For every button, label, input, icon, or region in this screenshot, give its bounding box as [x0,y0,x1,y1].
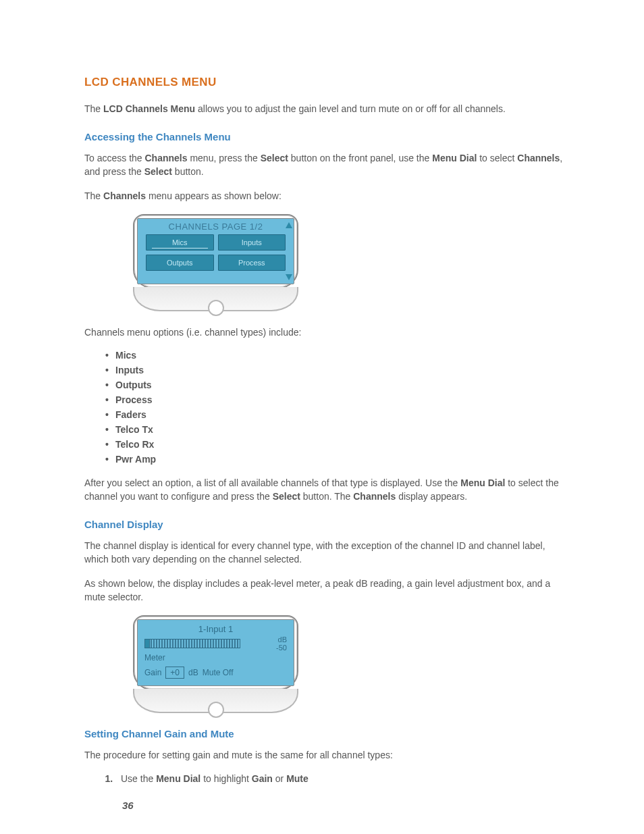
lcd-base [133,287,298,311]
meter-fill [145,640,150,648]
page-title: LCD CHANNELS MENU [84,76,563,89]
text: Use the [121,773,156,784]
lcd-frame: CHANNELS PAGE 1/2 Mics Inputs Outputs Pr… [133,214,298,288]
section-heading-channel-display: Channel Display [84,519,563,530]
lcd-channels-figure: CHANNELS PAGE 1/2 Mics Inputs Outputs Pr… [133,214,298,311]
meter-label: Meter [144,653,287,662]
lcd-button-process: Process [218,255,286,271]
page-number: 36 [122,800,134,811]
db-unit: dB [188,668,198,677]
text-bold: Channels [353,491,396,502]
list-item: Outputs [115,380,563,390]
text: display appears. [396,491,467,502]
list-item: Telco Rx [115,439,563,450]
text: menu appears as shown below: [146,190,281,201]
list-item: Process [115,394,563,405]
gain-row: Gain +0 dB Mute Off [144,667,287,679]
lcd-button-grid: Mics Inputs Outputs Process [142,234,290,271]
gain-value: +0 [165,667,184,679]
paragraph: As shown below, the display includes a p… [84,577,563,604]
lcd-button-outputs: Outputs [146,255,214,271]
text: button. [172,166,204,177]
text-bold: Menu Dial [432,153,477,163]
peak-meter [144,639,240,648]
lcd-bump [208,300,224,316]
lcd-button-inputs: Inputs [218,234,286,251]
paragraph: The Channels menu appears as shown below… [84,190,563,203]
gain-label: Gain [144,668,161,677]
text: After you select an option, a list of al… [84,477,460,488]
channel-header: 1-Input 1 [144,624,287,634]
text: button on the front panel, use the [288,153,432,163]
lcd-channel-display-figure: 1-Input 1 dB -50 Meter Gain +0 dB Mute O… [133,615,298,713]
db-reading: dB -50 [276,635,287,652]
section-heading-accessing: Accessing the Channels Menu [84,131,563,142]
list-item: Telco Tx [115,424,563,435]
text-bold: Menu Dial [156,773,200,784]
text-bold: Select [144,166,172,177]
text: menu, press the [188,153,261,163]
lcd-frame: 1-Input 1 dB -50 Meter Gain +0 dB Mute O… [133,615,298,690]
text-bold: Channels [145,153,188,163]
text-bold: Mute [286,773,308,784]
text-bold: Channels [103,190,146,201]
text: The [84,190,103,201]
step-item: Use the Menu Dial to highlight Gain or M… [115,773,563,784]
db-value: -50 [276,644,287,652]
paragraph: The channel display is identical for eve… [84,540,563,567]
section-heading-setting-gain: Setting Channel Gain and Mute [84,728,563,739]
text-bold: Select [261,153,288,163]
paragraph: To access the Channels menu, press the S… [84,152,563,179]
list-item: Mics [115,350,563,361]
lcd-base [133,689,298,713]
text-bold: Menu Dial [460,477,505,488]
lcd-screen: 1-Input 1 dB -50 Meter Gain +0 dB Mute O… [137,619,294,686]
text: allows you to adjust the gain level and … [195,103,506,114]
intro-paragraph: The LCD Channels Menu allows you to adju… [84,103,563,116]
list-item: Inputs [115,365,563,375]
channel-types-list: Mics Inputs Outputs Process Faders Telco… [84,350,563,465]
text: The [84,103,103,114]
lcd-screen: CHANNELS PAGE 1/2 Mics Inputs Outputs Pr… [137,218,294,284]
paragraph: The procedure for setting gain and mute … [84,749,563,762]
text: to highlight [200,773,252,784]
meter-row: dB -50 [144,635,287,652]
text: to select [477,153,517,163]
text-bold: LCD Channels Menu [103,103,195,114]
text: button. The [300,491,353,502]
lcd-button-mics: Mics [146,234,214,251]
paragraph: Channels menu options (i.e. channel type… [84,326,563,340]
lcd-title: CHANNELS PAGE 1/2 [142,221,290,232]
mute-status: Mute Off [203,668,234,677]
db-label: dB [276,635,287,644]
text-bold: Select [273,491,300,502]
lcd-bump [208,702,224,718]
text-bold: Channels [517,153,560,163]
paragraph: After you select an option, a list of al… [84,477,563,504]
steps-list: Use the Menu Dial to highlight Gain or M… [84,773,563,784]
list-item: Faders [115,409,563,420]
text: or [273,773,286,784]
text: To access the [84,153,145,163]
list-item: Pwr Amp [115,454,563,465]
text-bold: Gain [252,773,273,784]
arrow-down-icon [286,274,292,280]
